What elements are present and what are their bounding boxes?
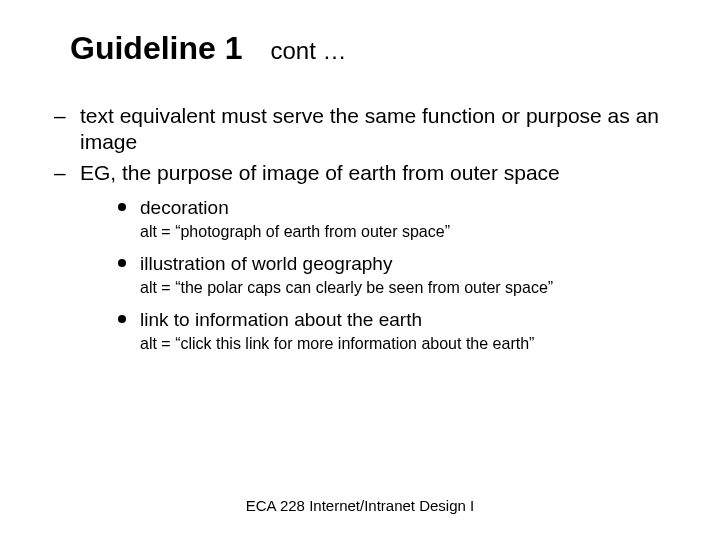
slide-title: Guideline 1 <box>70 30 242 67</box>
dot-list: illustration of world geography <box>118 252 676 277</box>
dot-list: link to information about the earth <box>118 308 676 333</box>
dash-item: text equivalent must serve the same func… <box>54 103 676 156</box>
alt-text: alt = “the polar caps can clearly be see… <box>140 278 676 297</box>
alt-text: alt = “photograph of earth from outer sp… <box>140 222 676 241</box>
dot-item: link to information about the earth <box>118 308 676 333</box>
slide-subtitle: cont … <box>270 37 346 65</box>
slide-footer: ECA 228 Internet/Intranet Design I <box>0 497 720 514</box>
dot-item: decoration <box>118 196 676 221</box>
slide: Guideline 1 cont … text equivalent must … <box>0 0 720 540</box>
dash-item: EG, the purpose of image of earth from o… <box>54 160 676 354</box>
dot-item: illustration of world geography <box>118 252 676 277</box>
dash-list: text equivalent must serve the same func… <box>54 103 676 353</box>
alt-text: alt = “click this link for more informat… <box>140 334 676 353</box>
dash-item-text: EG, the purpose of image of earth from o… <box>80 161 560 184</box>
title-row: Guideline 1 cont … <box>70 30 676 67</box>
dot-list: decoration <box>118 196 676 221</box>
